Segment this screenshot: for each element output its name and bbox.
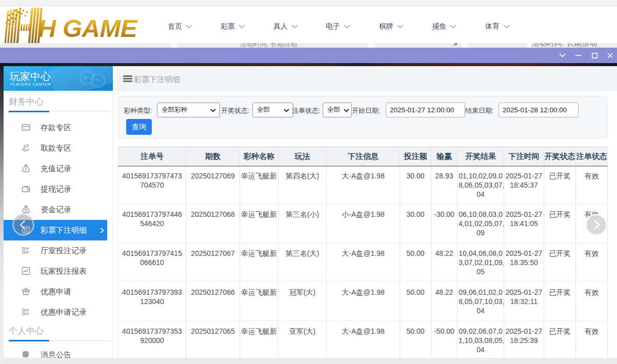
svg-text:H GAME: H GAME [38,14,138,42]
